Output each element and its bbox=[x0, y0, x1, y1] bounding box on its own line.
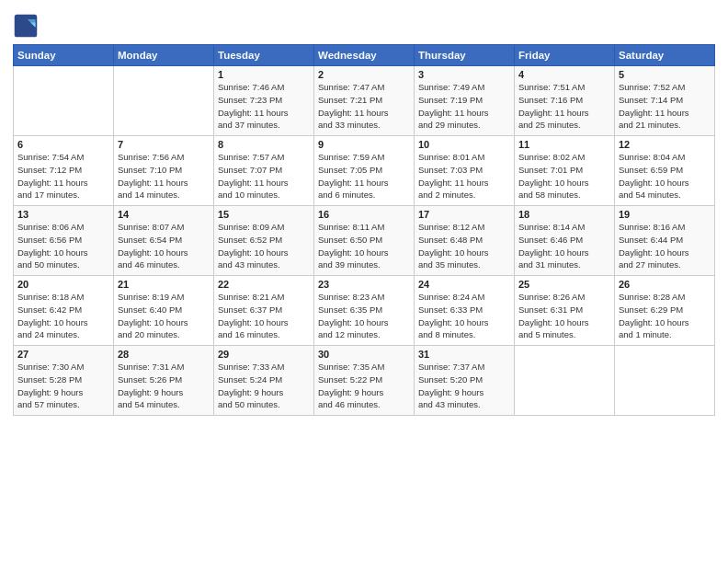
header bbox=[13, 9, 715, 39]
calendar-cell: 20Sunrise: 8:18 AM Sunset: 6:42 PM Dayli… bbox=[14, 276, 114, 346]
day-number: 6 bbox=[17, 139, 109, 150]
day-number: 1 bbox=[218, 69, 310, 80]
day-number: 12 bbox=[619, 139, 711, 150]
day-number: 30 bbox=[318, 349, 410, 360]
calendar-cell: 3Sunrise: 7:49 AM Sunset: 7:19 PM Daylig… bbox=[415, 66, 515, 136]
day-info: Sunrise: 7:56 AM Sunset: 7:10 PM Dayligh… bbox=[118, 151, 210, 201]
day-info: Sunrise: 8:11 AM Sunset: 6:50 PM Dayligh… bbox=[318, 221, 410, 271]
day-number: 23 bbox=[318, 279, 410, 290]
day-number: 31 bbox=[418, 349, 510, 360]
day-info: Sunrise: 8:28 AM Sunset: 6:29 PM Dayligh… bbox=[619, 291, 711, 341]
day-info: Sunrise: 8:23 AM Sunset: 6:35 PM Dayligh… bbox=[318, 291, 410, 341]
calendar-cell: 24Sunrise: 8:24 AM Sunset: 6:33 PM Dayli… bbox=[415, 276, 515, 346]
day-number: 21 bbox=[118, 279, 210, 290]
day-info: Sunrise: 8:18 AM Sunset: 6:42 PM Dayligh… bbox=[17, 291, 109, 341]
calendar-cell: 13Sunrise: 8:06 AM Sunset: 6:56 PM Dayli… bbox=[14, 206, 114, 276]
calendar-cell: 11Sunrise: 8:02 AM Sunset: 7:01 PM Dayli… bbox=[515, 136, 615, 206]
day-info: Sunrise: 7:59 AM Sunset: 7:05 PM Dayligh… bbox=[318, 151, 410, 201]
day-number: 2 bbox=[318, 69, 410, 80]
day-info: Sunrise: 7:49 AM Sunset: 7:19 PM Dayligh… bbox=[418, 81, 510, 132]
calendar-cell: 4Sunrise: 7:51 AM Sunset: 7:16 PM Daylig… bbox=[515, 66, 615, 136]
calendar-cell: 1Sunrise: 7:46 AM Sunset: 7:23 PM Daylig… bbox=[214, 66, 314, 136]
calendar-cell: 25Sunrise: 8:26 AM Sunset: 6:31 PM Dayli… bbox=[515, 276, 615, 346]
day-info: Sunrise: 8:07 AM Sunset: 6:54 PM Dayligh… bbox=[118, 221, 210, 271]
calendar-cell: 21Sunrise: 8:19 AM Sunset: 6:40 PM Dayli… bbox=[114, 276, 214, 346]
calendar-week-row: 13Sunrise: 8:06 AM Sunset: 6:56 PM Dayli… bbox=[14, 206, 715, 276]
day-info: Sunrise: 8:16 AM Sunset: 6:44 PM Dayligh… bbox=[619, 221, 711, 271]
day-number: 7 bbox=[118, 139, 210, 150]
day-number: 8 bbox=[218, 139, 310, 150]
calendar-cell bbox=[14, 66, 114, 136]
day-header-friday: Friday bbox=[515, 45, 615, 66]
calendar-cell: 26Sunrise: 8:28 AM Sunset: 6:29 PM Dayli… bbox=[615, 276, 715, 346]
day-info: Sunrise: 8:09 AM Sunset: 6:52 PM Dayligh… bbox=[218, 221, 310, 271]
day-info: Sunrise: 7:46 AM Sunset: 7:23 PM Dayligh… bbox=[218, 81, 310, 132]
calendar-cell: 17Sunrise: 8:12 AM Sunset: 6:48 PM Dayli… bbox=[415, 206, 515, 276]
day-number: 29 bbox=[218, 349, 310, 360]
calendar-cell bbox=[114, 66, 214, 136]
svg-rect-0 bbox=[15, 15, 38, 38]
day-number: 22 bbox=[218, 279, 310, 290]
day-info: Sunrise: 8:21 AM Sunset: 6:37 PM Dayligh… bbox=[218, 291, 310, 341]
calendar-cell: 18Sunrise: 8:14 AM Sunset: 6:46 PM Dayli… bbox=[515, 206, 615, 276]
day-header-saturday: Saturday bbox=[615, 45, 715, 66]
day-number: 26 bbox=[619, 279, 711, 290]
day-number: 28 bbox=[118, 349, 210, 360]
calendar-cell: 7Sunrise: 7:56 AM Sunset: 7:10 PM Daylig… bbox=[114, 136, 214, 206]
day-info: Sunrise: 7:33 AM Sunset: 5:24 PM Dayligh… bbox=[218, 361, 310, 411]
day-info: Sunrise: 7:54 AM Sunset: 7:12 PM Dayligh… bbox=[17, 151, 109, 201]
day-info: Sunrise: 8:14 AM Sunset: 6:46 PM Dayligh… bbox=[518, 221, 610, 271]
day-number: 3 bbox=[418, 69, 510, 80]
day-number: 10 bbox=[418, 139, 510, 150]
day-number: 5 bbox=[619, 69, 711, 80]
calendar-cell: 28Sunrise: 7:31 AM Sunset: 5:26 PM Dayli… bbox=[114, 346, 214, 416]
day-number: 9 bbox=[318, 139, 410, 150]
calendar-cell: 27Sunrise: 7:30 AM Sunset: 5:28 PM Dayli… bbox=[14, 346, 114, 416]
day-number: 11 bbox=[518, 139, 610, 150]
logo-icon bbox=[13, 13, 39, 39]
calendar-cell: 5Sunrise: 7:52 AM Sunset: 7:14 PM Daylig… bbox=[615, 66, 715, 136]
calendar-header-row: SundayMondayTuesdayWednesdayThursdayFrid… bbox=[14, 45, 715, 66]
day-info: Sunrise: 8:26 AM Sunset: 6:31 PM Dayligh… bbox=[518, 291, 610, 341]
day-info: Sunrise: 8:04 AM Sunset: 6:59 PM Dayligh… bbox=[619, 151, 711, 201]
logo bbox=[13, 13, 40, 39]
day-info: Sunrise: 7:51 AM Sunset: 7:16 PM Dayligh… bbox=[518, 81, 610, 132]
day-info: Sunrise: 7:57 AM Sunset: 7:07 PM Dayligh… bbox=[218, 151, 310, 201]
calendar-cell bbox=[615, 346, 715, 416]
calendar-table: SundayMondayTuesdayWednesdayThursdayFrid… bbox=[13, 44, 715, 416]
day-number: 24 bbox=[418, 279, 510, 290]
calendar-week-row: 20Sunrise: 8:18 AM Sunset: 6:42 PM Dayli… bbox=[14, 276, 715, 346]
day-number: 17 bbox=[418, 209, 510, 220]
calendar-cell: 19Sunrise: 8:16 AM Sunset: 6:44 PM Dayli… bbox=[615, 206, 715, 276]
main-container: SundayMondayTuesdayWednesdayThursdayFrid… bbox=[0, 0, 728, 423]
calendar-cell: 2Sunrise: 7:47 AM Sunset: 7:21 PM Daylig… bbox=[314, 66, 415, 136]
calendar-cell: 15Sunrise: 8:09 AM Sunset: 6:52 PM Dayli… bbox=[214, 206, 314, 276]
day-info: Sunrise: 7:52 AM Sunset: 7:14 PM Dayligh… bbox=[619, 81, 711, 132]
day-number: 27 bbox=[17, 349, 109, 360]
day-info: Sunrise: 7:37 AM Sunset: 5:20 PM Dayligh… bbox=[418, 361, 510, 411]
calendar-cell: 31Sunrise: 7:37 AM Sunset: 5:20 PM Dayli… bbox=[415, 346, 515, 416]
day-info: Sunrise: 8:19 AM Sunset: 6:40 PM Dayligh… bbox=[118, 291, 210, 341]
day-info: Sunrise: 7:31 AM Sunset: 5:26 PM Dayligh… bbox=[118, 361, 210, 411]
day-number: 13 bbox=[17, 209, 109, 220]
calendar-cell: 9Sunrise: 7:59 AM Sunset: 7:05 PM Daylig… bbox=[314, 136, 415, 206]
calendar-cell: 16Sunrise: 8:11 AM Sunset: 6:50 PM Dayli… bbox=[314, 206, 415, 276]
day-info: Sunrise: 7:30 AM Sunset: 5:28 PM Dayligh… bbox=[17, 361, 109, 411]
day-number: 16 bbox=[318, 209, 410, 220]
day-info: Sunrise: 7:35 AM Sunset: 5:22 PM Dayligh… bbox=[318, 361, 410, 411]
day-header-thursday: Thursday bbox=[415, 45, 515, 66]
day-info: Sunrise: 8:12 AM Sunset: 6:48 PM Dayligh… bbox=[418, 221, 510, 271]
day-info: Sunrise: 8:02 AM Sunset: 7:01 PM Dayligh… bbox=[518, 151, 610, 201]
day-info: Sunrise: 8:24 AM Sunset: 6:33 PM Dayligh… bbox=[418, 291, 510, 341]
calendar-cell bbox=[515, 346, 615, 416]
day-number: 15 bbox=[218, 209, 310, 220]
calendar-week-row: 6Sunrise: 7:54 AM Sunset: 7:12 PM Daylig… bbox=[14, 136, 715, 206]
day-number: 20 bbox=[17, 279, 109, 290]
calendar-cell: 22Sunrise: 8:21 AM Sunset: 6:37 PM Dayli… bbox=[214, 276, 314, 346]
day-header-sunday: Sunday bbox=[14, 45, 114, 66]
calendar-cell: 6Sunrise: 7:54 AM Sunset: 7:12 PM Daylig… bbox=[14, 136, 114, 206]
day-number: 25 bbox=[518, 279, 610, 290]
calendar-week-row: 1Sunrise: 7:46 AM Sunset: 7:23 PM Daylig… bbox=[14, 66, 715, 136]
day-header-tuesday: Tuesday bbox=[214, 45, 314, 66]
day-number: 4 bbox=[518, 69, 610, 80]
